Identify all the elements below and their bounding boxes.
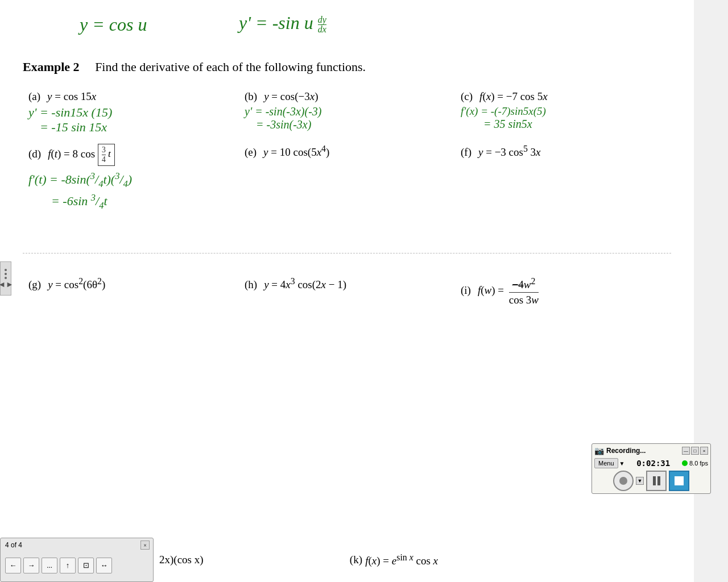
problem-b: (b) y = cos(−3x) y' = -sin(-3x)(-3) = -3… — [239, 86, 455, 139]
nav-ellipsis-button[interactable]: ... — [42, 558, 57, 573]
problem-b-hw1: y' = -sin(-3x)(-3) — [245, 105, 449, 118]
example-header: Example 2 Find the derivative of each of… — [23, 60, 671, 74]
problem-f-label: (f) — [461, 146, 471, 158]
problem-g: (g) y = cos2(6θ2) — [23, 265, 239, 311]
problem-g-label: (g) — [28, 278, 41, 290]
recording-title-bar: 📷 Recording... — □ × — [594, 446, 708, 455]
nav-prev-button[interactable]: ← — [5, 558, 21, 573]
fps-indicator-dot — [682, 460, 688, 466]
recording-split-button[interactable]: ▼ — [636, 477, 644, 485]
problem-c-hw2: = 35 sin5x — [483, 118, 665, 131]
toggle-arrows: ◄► — [0, 281, 14, 289]
problem-c-eq: f(x) = −7 cos 5x — [479, 90, 548, 102]
toggle-dot-1 — [5, 269, 7, 271]
nav-next-button[interactable]: → — [23, 558, 39, 573]
stop-button-square — [675, 476, 684, 485]
nav-up-button[interactable]: ↑ — [60, 558, 76, 573]
side-toggle[interactable]: ◄► — [0, 261, 11, 296]
pause-bar-left — [653, 476, 656, 485]
page-info: 4 of 4 — [5, 541, 22, 549]
recording-controls-row: Menu ▼ 0:02:31 8.0 fps — [594, 458, 708, 468]
header-y-cosu: y = cos u — [80, 14, 147, 35]
problem-b-label: (b) — [245, 90, 257, 102]
problem-i-label: (i) — [461, 284, 471, 296]
problem-d-eq: f(t) = 8 cos 3 4 t — [48, 148, 115, 160]
problem-d-typed: (d) f(t) = 8 cos 3 4 t — [28, 144, 233, 166]
problem-j-partial: 2x)(cos x) — [159, 554, 204, 566]
record-button-inner — [619, 477, 627, 485]
nav-monitor-button[interactable]: ⊡ — [78, 558, 94, 573]
problem-d-hw1: f'(t) = -8sin(3/4t)(3/4) — [28, 171, 233, 190]
problem-k-eq: f(x) = esin x cos x — [365, 552, 438, 567]
section-divider — [23, 253, 671, 253]
problem-e-typed: (e) y = 10 cos(5x4) — [245, 144, 449, 159]
recording-stop-button[interactable] — [669, 471, 689, 491]
recording-action-buttons: ▼ — [594, 471, 708, 491]
recording-camera-icon: 📷 — [594, 446, 604, 455]
recording-fps: 8.0 fps — [682, 460, 708, 467]
problem-a-hw2: = -15 sin 15x — [40, 120, 233, 135]
recording-menu-arrow-icon: ▼ — [619, 460, 625, 467]
problem-c-hw1: f'(x) = -(-7)sin5x(5) — [461, 105, 665, 118]
recording-pause-button[interactable] — [646, 471, 667, 491]
recording-close-button[interactable]: × — [700, 447, 708, 455]
problems-grid-top: (a) y = cos 15x y' = -sin15x (15) = -15 … — [23, 86, 671, 242]
dy-dx-fraction: dy dx — [318, 15, 326, 34]
nav-resize-button[interactable]: ↔ — [96, 558, 112, 573]
problem-i-eq: f(w) = −4w2 cos 3w — [478, 284, 541, 296]
nav-close-button[interactable]: × — [140, 541, 150, 550]
problem-b-typed: (b) y = cos(−3x) — [245, 90, 449, 103]
problem-k-label: (k) — [350, 554, 362, 566]
example-text: Find the derivative of each of the follo… — [95, 60, 366, 74]
problem-a-label: (a) — [28, 90, 40, 102]
problem-c-typed: (c) f(x) = −7 cos 5x — [461, 90, 665, 103]
recording-menu-button[interactable]: Menu — [594, 458, 618, 468]
problem-c-label: (c) — [461, 90, 473, 102]
problem-e: (e) y = 10 cos(5x4) — [239, 139, 455, 242]
problem-f-typed: (f) y = −3 cos5 3x — [461, 144, 665, 159]
recording-title: 📷 Recording... — [594, 446, 646, 455]
problem-d-hw2: = -6sin 3/4t — [51, 192, 233, 211]
problem-b-hw2: = -3sin(-3x) — [256, 118, 449, 131]
recording-menu-area: Menu ▼ — [594, 458, 624, 468]
recording-record-button[interactable] — [613, 471, 634, 491]
toggle-dot-2 — [5, 273, 7, 275]
problem-c: (c) f(x) = −7 cos 5x f'(x) = -(-7)sin5x(… — [455, 86, 671, 139]
recording-minimize-button[interactable]: — — [682, 447, 690, 455]
problem-a-eq: y = cos 15x — [47, 90, 96, 102]
document-area: y = cos u y' = -sin u dy dx Example 2 Fi… — [0, 0, 694, 582]
nav-buttons: ← → ... ↑ ⊡ ↔ — [5, 558, 112, 573]
problem-f: (f) y = −3 cos5 3x — [455, 139, 671, 242]
problem-h-eq: y = 4x3 cos(2x − 1) — [264, 278, 346, 290]
recording-restore-button[interactable]: □ — [691, 447, 699, 455]
problem-b-eq: y = cos(−3x) — [264, 90, 318, 102]
problem-g-eq: y = cos2(6θ2) — [48, 278, 105, 290]
recording-widget: 📷 Recording... — □ × Menu ▼ 0:02:31 8.0 … — [592, 443, 711, 494]
pause-bar-right — [657, 476, 660, 485]
problem-i: (i) f(w) = −4w2 cos 3w — [455, 265, 671, 311]
problem-h: (h) y = 4x3 cos(2x − 1) — [239, 265, 455, 311]
problem-a-hw1: y' = -sin15x (15) — [28, 105, 233, 120]
example-label: Example 2 — [23, 60, 80, 74]
handwritten-header: y = cos u y' = -sin u dy dx — [23, 11, 671, 51]
problems-grid-bottom: (g) y = cos2(6θ2) (h) y = 4x3 cos(2x − 1… — [23, 265, 671, 311]
problem-e-label: (e) — [245, 146, 257, 158]
problem-d-label: (d) — [28, 148, 41, 160]
header-yprime: y' = -sin u dy dx — [239, 13, 326, 34]
problem-a: (a) y = cos 15x y' = -sin15x (15) = -15 … — [23, 86, 239, 139]
nav-bar: 4 of 4 × ← → ... ↑ ⊡ ↔ — [0, 538, 154, 582]
problem-h-label: (h) — [245, 278, 257, 290]
recording-timer: 0:02:31 — [636, 459, 670, 468]
bottom-text-area: 2x)(cos x) (k) f(x) = esin x cos x — [154, 538, 552, 582]
toggle-dot-3 — [5, 277, 7, 279]
recording-window-buttons: — □ × — [682, 447, 708, 455]
problem-e-eq: y = 10 cos(5x4) — [263, 146, 329, 158]
problem-d: (d) f(t) = 8 cos 3 4 t f'(t) = -8sin(3/4… — [23, 139, 239, 242]
problem-a-typed: (a) y = cos 15x — [28, 90, 233, 103]
problem-f-eq: y = −3 cos5 3x — [478, 146, 541, 158]
